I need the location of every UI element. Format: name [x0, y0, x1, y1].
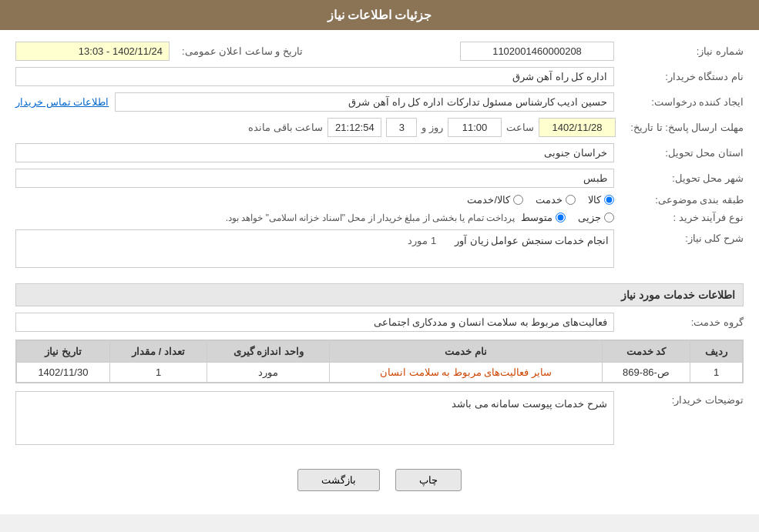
category-radio-goods-service[interactable] [513, 195, 523, 205]
purchase-type-option-medium[interactable]: متوسط [521, 212, 566, 223]
buyer-desc-label: توضیحات خریدار: [620, 391, 744, 406]
general-desc-label: شرح کلی نیاز: [620, 229, 744, 244]
category-radio-group: کالا خدمت کالا/خدمت [467, 194, 614, 206]
response-date-row: مهلت ارسال پاسخ: تا تاریخ: 1402/11/28 سا… [15, 118, 744, 137]
purchase-type-notice: پرداخت تمام یا بخشی از مبلغ خریدار از مح… [15, 212, 515, 223]
general-desc-row: شرح کلی نیاز: انجام خدمات سنجش عوامل زیا… [15, 229, 744, 274]
response-time-label: ساعت [506, 122, 534, 133]
purchase-type-option-small[interactable]: جزیی [578, 212, 614, 223]
category-label: طبقه بندی موضوعی: [620, 194, 744, 206]
page-header: جزئیات اطلاعات نیاز [0, 0, 759, 30]
response-remaining-value: 21:12:54 [327, 118, 381, 137]
purchase-type-radio-medium[interactable] [556, 212, 566, 223]
creator-contact-link[interactable]: اطلاعات تماس خریدار [15, 96, 109, 108]
page-title: جزئیات اطلاعات نیاز [327, 8, 432, 22]
general-desc-container: انجام خدمات سنجش عوامل زیان آور 1 مورد [15, 229, 614, 274]
buyer-desc-value: شرح خدمات پیوست سامانه می باشد [452, 398, 607, 410]
announcement-number-label: شماره نیاز: [620, 45, 744, 57]
general-desc-value: انجام خدمات سنجش عوامل زیان آور [455, 235, 609, 246]
service-group-label: گروه خدمت: [620, 316, 744, 328]
creator-value: حسین ادیب کارشناس مسئول تدارکات اداره کل… [115, 92, 614, 112]
city-row: شهر محل تحویل: طبس [15, 169, 744, 188]
back-button[interactable]: بازگشت [297, 469, 380, 491]
city-label: شهر محل تحویل: [620, 172, 744, 184]
category-row: طبقه بندی موضوعی: کالا خدمت کالا/خدمت [15, 194, 744, 206]
col-header-quantity: تعداد / مقدار [109, 341, 207, 363]
col-header-row-num: ردیف [690, 341, 743, 363]
print-button[interactable]: چاپ [395, 469, 462, 491]
general-desc-count: 1 مورد [408, 235, 436, 246]
cell-code: ص-86-869 [602, 363, 690, 383]
service-group-row: گروه خدمت: فعالیت‌های مربوط به سلامت انس… [15, 313, 744, 332]
creator-label: ایجاد کننده درخواست: [620, 96, 744, 108]
category-option-service[interactable]: خدمت [536, 194, 576, 206]
col-header-date: تاریخ نیاز [17, 341, 110, 363]
response-days-value: 3 [386, 118, 417, 137]
services-table-container: ردیف کد خدمت نام خدمت واحد اندازه گیری ت… [15, 340, 744, 383]
province-label: استان محل تحویل: [620, 147, 744, 159]
response-remaining-label: ساعت باقی مانده [248, 122, 323, 133]
province-row: استان محل تحویل: خراسان جنوبی [15, 143, 744, 162]
purchase-type-radio-group: جزیی متوسط [521, 212, 614, 223]
announcement-row: شماره نیاز: 1102001460000208 تاریخ و ساع… [15, 42, 744, 61]
response-time-value: 11:00 [448, 118, 502, 137]
cell-name: سایر فعالیت‌های مربوط به سلامت انسان [330, 363, 602, 383]
category-radio-goods[interactable] [604, 195, 614, 205]
table-header-row: ردیف کد خدمت نام خدمت واحد اندازه گیری ت… [17, 341, 743, 363]
content-area: شماره نیاز: 1102001460000208 تاریخ و ساع… [0, 30, 759, 514]
buyer-org-label: نام دستگاه خریدار: [620, 71, 744, 82]
creator-row: ایجاد کننده درخواست: حسین ادیب کارشناس م… [15, 92, 744, 112]
button-row: چاپ بازگشت [15, 457, 744, 503]
cell-quantity: 1 [109, 363, 207, 383]
col-header-unit: واحد اندازه گیری [207, 341, 330, 363]
announcement-number-value: 1102001460000208 [460, 42, 614, 61]
cell-unit: مورد [207, 363, 330, 383]
purchase-type-radio-small[interactable] [604, 212, 614, 223]
col-header-code: کد خدمت [602, 341, 690, 363]
province-value: خراسان جنوبی [15, 143, 614, 162]
category-radio-service[interactable] [566, 195, 576, 205]
city-value: طبس [15, 169, 614, 188]
buyer-desc-box: شرح خدمات پیوست سامانه می باشد [15, 391, 614, 445]
buyer-org-row: نام دستگاه خریدار: اداره کل راه آهن شرق [15, 67, 744, 86]
response-date-value: 1402/11/28 [539, 118, 616, 137]
page-wrapper: جزئیات اطلاعات نیاز شماره نیاز: 11020014… [0, 0, 759, 514]
response-day-label: روز و [421, 122, 443, 133]
general-desc-box: انجام خدمات سنجش عوامل زیان آور 1 مورد [15, 229, 614, 268]
category-option-goods-service[interactable]: کالا/خدمت [467, 194, 523, 206]
cell-row-num: 1 [690, 363, 743, 383]
announce-date-value: 1402/11/24 - 13:03 [15, 42, 170, 61]
purchase-type-label: نوع فرآیند خرید : [620, 212, 744, 223]
category-option-goods[interactable]: کالا [588, 194, 614, 206]
response-date-label: مهلت ارسال پاسخ: تا تاریخ: [620, 122, 744, 133]
service-group-value: فعالیت‌های مربوط به سلامت انسان و مددکار… [15, 313, 614, 332]
services-section-title: اطلاعات خدمات مورد نیاز [15, 283, 744, 306]
cell-date: 1402/11/30 [17, 363, 110, 383]
announce-date-label: تاریخ و ساعت اعلان عمومی: [176, 45, 303, 57]
buyer-org-value: اداره کل راه آهن شرق [15, 67, 614, 86]
buyer-desc-row: توضیحات خریدار: شرح خدمات پیوست سامانه م… [15, 391, 744, 451]
services-table: ردیف کد خدمت نام خدمت واحد اندازه گیری ت… [16, 340, 743, 383]
purchase-type-row: نوع فرآیند خرید : جزیی متوسط پرداخت تمام… [15, 212, 744, 223]
table-row: 1 ص-86-869 سایر فعالیت‌های مربوط به سلام… [17, 363, 743, 383]
col-header-name: نام خدمت [330, 341, 602, 363]
